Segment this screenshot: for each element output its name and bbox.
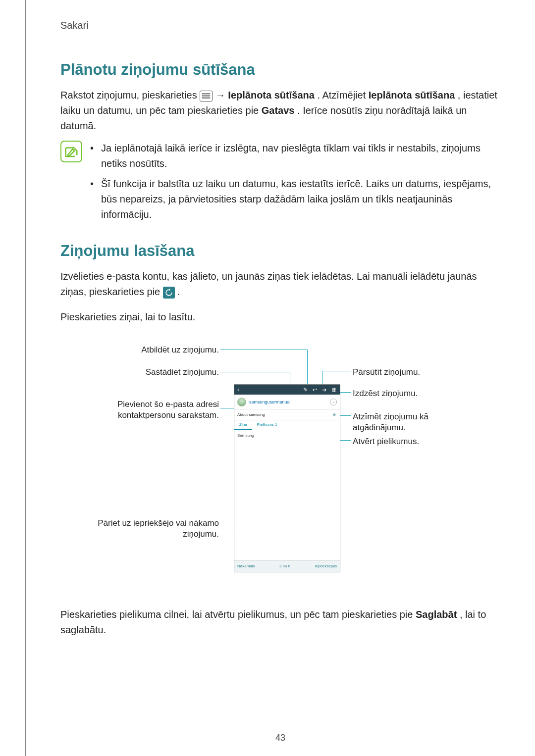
callout-prev-next: Pāriet uz iepriekšējo vai nākamo ziņojum… <box>60 518 219 540</box>
note-item: Šī funkcija ir balstīta uz laiku un datu… <box>90 176 500 222</box>
nav-count: 3 no 6 <box>279 564 290 568</box>
text: . <box>177 286 180 297</box>
phone-action-bar: ‹ ✎ ↩ ➔ 🗑 <box>234 385 340 395</box>
text: → <box>215 90 228 101</box>
text: ziņojumu. <box>183 529 219 539</box>
text: Izvēlieties e-pasta kontu, kas jālieto, … <box>60 271 477 297</box>
note-icon <box>60 141 82 162</box>
phone-mockup: ‹ ✎ ↩ ➔ 🗑 samsungusermanual ⌄ About sams… <box>234 384 340 572</box>
bold-text: Ieplānota sūtīšana <box>228 90 315 101</box>
text: kontaktpersonu sarakstam. <box>118 410 219 420</box>
phone-tabs: Ziņa Pielikums 1 <box>234 420 340 430</box>
menu-icon <box>200 91 213 101</box>
page-number: 43 <box>26 733 535 743</box>
nav-next-button[interactable]: Nākamais <box>237 564 255 568</box>
star-icon[interactable]: ★ <box>332 411 337 418</box>
callout-add-contact: Pievienot šo e-pasta adresi kontaktperso… <box>60 399 219 421</box>
callout-compose: Sastādiet ziņojumu. <box>60 367 219 378</box>
phone-body: Samsung <box>234 430 340 560</box>
expand-icon[interactable]: ⌄ <box>330 399 337 405</box>
delete-icon[interactable]: 🗑 <box>331 387 337 393</box>
callout-delete: Izdzēst ziņojumu. <box>353 388 418 399</box>
compose-icon[interactable]: ✎ <box>303 387 308 393</box>
bold-text: Saglabāt <box>416 609 457 620</box>
back-icon[interactable]: ‹ <box>237 386 239 393</box>
bold-text: Ieplānota sūtīšana <box>369 90 455 101</box>
sender-name: samsungusermanual <box>249 400 291 404</box>
bold-text: Gatavs <box>262 105 295 116</box>
nav-prev-button[interactable]: Iepriekšējais <box>315 564 337 568</box>
callout-forward: Pārsūtīt ziņojumu. <box>353 367 420 378</box>
forward-icon[interactable]: ➔ <box>322 387 326 393</box>
breadcrumb: Sakari <box>60 20 500 31</box>
text: atgādinājumu. <box>353 423 406 432</box>
callout-flag: Atzīmēt ziņojumu kā atgādinājumu. <box>353 411 428 433</box>
phone-subject-row: About samsung ★ <box>234 409 340 420</box>
tab-attachment[interactable]: Pielikums 1 <box>252 420 282 430</box>
phone-sender-row[interactable]: samsungusermanual ⌄ <box>234 395 340 409</box>
tab-message[interactable]: Ziņa <box>234 420 252 430</box>
message-view-diagram: Atbildēt uz ziņojumu. Sastādiet ziņojumu… <box>60 335 500 592</box>
note-item: Ja ieplānotajā laikā ierīce ir izslēgta,… <box>90 141 500 171</box>
text: . Atzīmējiet <box>317 90 368 101</box>
refresh-icon <box>163 287 175 299</box>
text: Pāriet uz iepriekšējo vai nākamo <box>98 518 219 528</box>
heading-read-messages: Ziņojumu lasīšana <box>60 242 500 260</box>
callout-open-attach: Atvērt pielikumus. <box>353 436 419 447</box>
heading-scheduled-send: Plānotu ziņojumu sūtīšana <box>60 61 500 79</box>
callout-reply: Atbildēt uz ziņojumu. <box>60 345 219 355</box>
subject-text: About samsung <box>237 412 265 417</box>
para-attachment-save: Pieskarieties pielikuma cilnei, lai atvē… <box>60 607 500 638</box>
phone-nav-bar: Nākamais 3 no 6 Iepriekšējais <box>234 560 340 572</box>
text: Pieskarieties pielikuma cilnei, lai atvē… <box>60 609 416 620</box>
para-scheduled-send: Rakstot ziņojumu, pieskarieties → Ieplān… <box>60 88 500 134</box>
para-read-1: Izvēlieties e-pasta kontu, kas jālieto, … <box>60 269 500 300</box>
text: Pievienot šo e-pasta adresi <box>117 400 219 409</box>
para-read-2: Pieskarieties ziņai, lai to lasītu. <box>60 309 500 325</box>
text: Atzīmēt ziņojumu kā <box>353 412 428 421</box>
avatar[interactable] <box>237 398 246 406</box>
reply-icon[interactable]: ↩ <box>313 387 317 393</box>
text: Rakstot ziņojumu, pieskarieties <box>60 90 200 101</box>
